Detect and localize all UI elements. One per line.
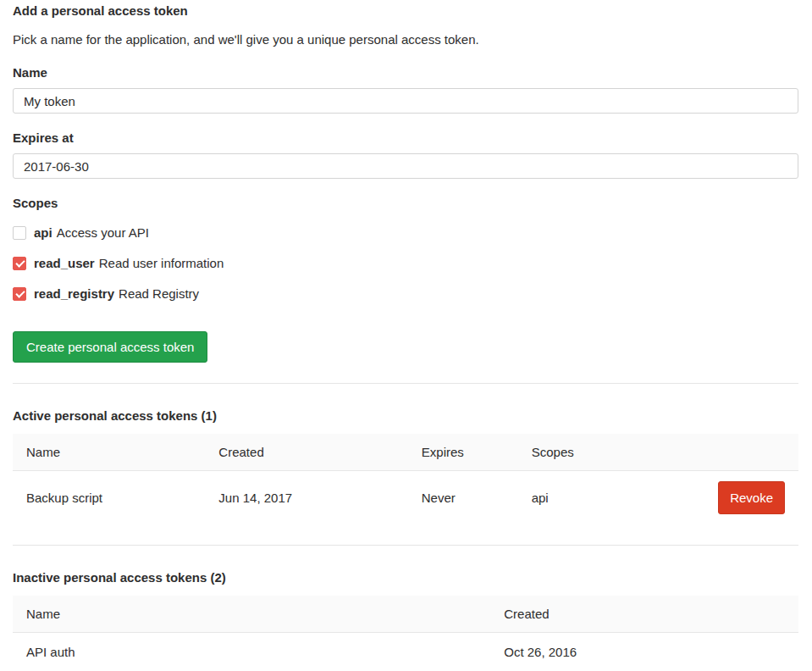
add-token-heading: Add a personal access token — [13, 2, 798, 19]
active-tokens-section: Active personal access tokens (1) Name C… — [13, 407, 798, 524]
scope-name: api — [34, 224, 52, 241]
token-expires-cell: Never — [408, 471, 518, 525]
name-label: Name — [13, 64, 798, 81]
token-created-cell: Jun 14, 2017 — [205, 471, 407, 525]
inactive-tokens-heading: Inactive personal access tokens (2) — [13, 568, 798, 586]
token-name-cell: Backup script — [13, 471, 205, 525]
form-description: Pick a name for the application, and we'… — [13, 30, 798, 48]
active-table-header-row: Name Created Expires Scopes — [13, 434, 798, 471]
section-divider — [13, 545, 798, 546]
scopes-label: Scopes — [13, 194, 798, 212]
scope-description: Access your API — [57, 224, 149, 241]
scope-name: read_user — [34, 254, 95, 272]
token-scopes-cell: api — [518, 471, 671, 525]
scope-description: Read user information — [99, 254, 224, 272]
create-token-button[interactable]: Create personal access token — [13, 331, 207, 363]
scope-row-read-user: read_user Read user information — [13, 254, 798, 272]
active-tokens-heading: Active personal access tokens (1) — [13, 407, 798, 424]
inactive-table-header-row: Name Created — [13, 596, 798, 633]
column-header-name: Name — [13, 434, 205, 471]
name-input[interactable] — [13, 88, 798, 114]
add-token-form: Add a personal access token Pick a name … — [13, 2, 798, 363]
column-header-created: Created — [490, 596, 798, 633]
scope-name: read_registry — [34, 285, 114, 302]
token-row: Backup script Jun 14, 2017 Never api Rev… — [13, 471, 798, 525]
column-header-actions — [671, 434, 798, 471]
token-settings-page: Add a personal access token Pick a name … — [0, 0, 812, 671]
section-divider — [13, 383, 798, 384]
inactive-tokens-section: Inactive personal access tokens (2) Name… — [13, 568, 798, 671]
revoke-button[interactable]: Revoke — [718, 481, 785, 514]
scopes-list: api Access your API read_user Read user … — [13, 224, 798, 302]
column-header-scopes: Scopes — [518, 434, 671, 471]
column-header-expires: Expires — [408, 434, 518, 471]
column-header-name: Name — [13, 596, 490, 633]
token-actions-cell: Revoke — [671, 471, 798, 525]
scope-row-read-registry: read_registry Read Registry — [13, 285, 798, 302]
column-header-created: Created — [205, 434, 407, 471]
token-created-cell: Oct 26, 2016 — [490, 633, 798, 671]
scope-checkbox-api[interactable] — [13, 226, 26, 240]
expires-label: Expires at — [13, 129, 798, 147]
scope-row-api: api Access your API — [13, 224, 798, 241]
scope-checkbox-read-user[interactable] — [13, 257, 26, 270]
token-name-cell: API auth — [13, 633, 490, 671]
token-row: API auth Oct 26, 2016 — [13, 633, 798, 671]
scope-description: Read Registry — [119, 285, 199, 302]
inactive-tokens-table: Name Created API auth Oct 26, 2016 Temp … — [13, 596, 798, 671]
active-tokens-table: Name Created Expires Scopes Backup scrip… — [13, 434, 798, 524]
scope-checkbox-read-registry[interactable] — [13, 287, 26, 301]
expires-input[interactable] — [13, 153, 798, 179]
